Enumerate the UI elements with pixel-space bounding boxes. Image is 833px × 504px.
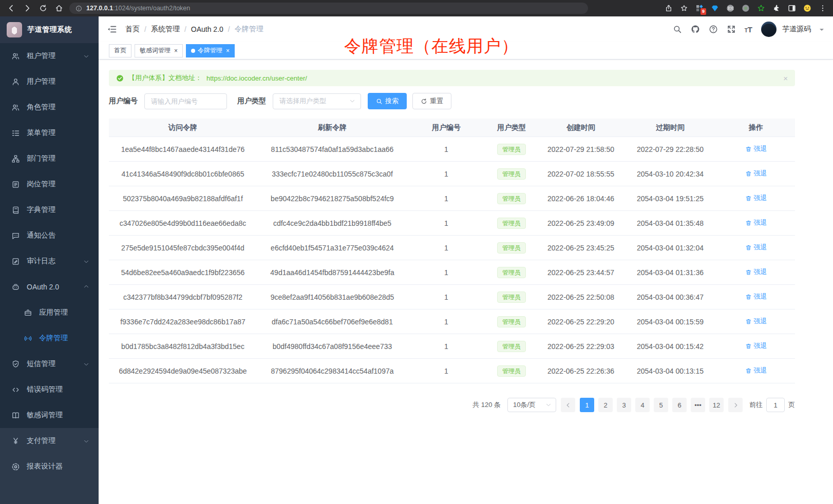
sidebar-item-label: 部门管理	[27, 154, 55, 163]
next-page-button[interactable]	[728, 398, 743, 412]
page-size-select[interactable]: 10条/页	[507, 398, 556, 412]
cell-user-type: 管理员	[485, 218, 538, 229]
command-extension-icon[interactable]	[726, 4, 734, 12]
font-size-icon[interactable]: TT	[745, 26, 752, 33]
goto-page: 前往 页	[749, 398, 795, 412]
sidebar-toggle-icon[interactable]	[107, 24, 117, 34]
breadcrumb-item[interactable]: 系统管理	[151, 25, 180, 34]
force-logout-button[interactable]: 强退	[745, 317, 767, 326]
page-button-4[interactable]: 4	[635, 398, 650, 412]
sidebar-item-label: 审计日志	[27, 257, 55, 266]
sidebar-item-user[interactable]: 用户管理	[0, 69, 99, 94]
force-logout-button[interactable]: 强退	[745, 366, 767, 375]
page-button-3[interactable]: 3	[617, 398, 631, 412]
green-star-extension-icon[interactable]	[757, 4, 765, 12]
sidebar-item-tenant[interactable]: 租户管理	[0, 43, 99, 69]
force-logout-button[interactable]: 强退	[745, 243, 767, 252]
doc-link[interactable]: https://doc.iocoder.cn/user-center/	[206, 74, 307, 82]
sidebar-item-post[interactable]: 岗位管理	[0, 171, 99, 197]
force-logout-button[interactable]: 强退	[745, 193, 767, 203]
cell-refresh-token: 811c530487574fa0af1a59d3abc1aa66	[257, 145, 408, 153]
sidebar-item-sms[interactable]: 短信管理	[0, 351, 99, 377]
browser-nav	[0, 4, 69, 12]
sidebar-item-oauth2[interactable]: OAuth 2.0	[0, 274, 99, 300]
breadcrumb-item[interactable]: OAuth 2.0	[191, 25, 223, 33]
emoji-profile-icon[interactable]	[803, 4, 811, 12]
cell-refresh-token: 9ce8ef2aa9f14056b831ae9b608e28d5	[257, 293, 408, 301]
sidebar-item-pay[interactable]: 支付管理	[0, 428, 99, 454]
alert-close-icon[interactable]: ×	[783, 74, 788, 82]
tab-sensitive-word[interactable]: 敏感词管理 ×	[135, 44, 183, 57]
force-logout-button[interactable]: 强退	[745, 267, 767, 277]
user-type-tag: 管理员	[497, 144, 526, 155]
sidebar-item-oauth2-app[interactable]: 应用管理	[0, 300, 99, 325]
page-ellipsis[interactable]: •••	[691, 398, 705, 412]
breadcrumb-item[interactable]: 首页	[125, 25, 140, 34]
bookmark-star-icon[interactable]	[680, 4, 688, 12]
cell-actions: 强退	[717, 193, 795, 203]
sidebar-item-label: 岗位管理	[27, 180, 55, 189]
sidebar-item-error-code[interactable]: 错误码管理	[0, 377, 99, 402]
share-icon[interactable]	[665, 4, 673, 12]
sidebar-item-menu[interactable]: 菜单管理	[0, 120, 99, 146]
home-icon[interactable]	[55, 4, 63, 12]
goto-page-input[interactable]	[766, 398, 785, 412]
user-id-input[interactable]	[144, 93, 227, 109]
forward-icon[interactable]	[23, 4, 31, 12]
force-logout-button[interactable]: 强退	[745, 169, 767, 178]
sidebar-item-dept[interactable]: 部门管理	[0, 146, 99, 171]
site-info-icon[interactable]	[75, 5, 82, 12]
chevron-up-icon	[83, 284, 89, 290]
reload-icon[interactable]	[39, 4, 47, 12]
token-table: 访问令牌刷新令牌用户编号用户类型创建时间过期时间操作 1ea5e44f8bc14…	[109, 119, 795, 383]
tab-close-icon[interactable]: ×	[174, 48, 178, 54]
search-icon[interactable]	[673, 25, 682, 34]
tab-token[interactable]: 令牌管理 ×	[186, 44, 235, 57]
search-button[interactable]: 搜索	[368, 93, 407, 109]
sidebar-item-audit-log[interactable]: 审计日志	[0, 248, 99, 274]
user-avatar[interactable]	[761, 22, 777, 37]
extension-grid-icon[interactable]: 9	[695, 4, 704, 12]
cell-user-type: 管理员	[485, 365, 538, 377]
page-button-1[interactable]: 1	[580, 398, 594, 412]
force-logout-button[interactable]: 强退	[745, 218, 767, 227]
page-button-12[interactable]: 12	[709, 398, 724, 412]
sidebar-item-sensitive-word[interactable]: 敏感词管理	[0, 402, 99, 428]
fullscreen-icon[interactable]	[727, 25, 736, 34]
username[interactable]: 芋道源码	[782, 25, 811, 34]
sidebar-item-oauth2-token[interactable]: 令牌管理	[0, 325, 99, 351]
table-row: c342377bf8b344799dcbf7bf095287f2 9ce8ef2…	[109, 285, 795, 309]
page-button-2[interactable]: 2	[598, 398, 613, 412]
sidebar-item-notice[interactable]: 通知公告	[0, 223, 99, 248]
tab-home[interactable]: 首页	[109, 44, 131, 57]
cell-actions: 强退	[717, 317, 795, 326]
back-icon[interactable]	[7, 4, 15, 12]
prev-page-button[interactable]	[561, 398, 575, 412]
sidebar-item-role[interactable]: 角色管理	[0, 94, 99, 120]
sidebar-item-dict[interactable]: 字典管理	[0, 197, 99, 223]
force-logout-button[interactable]: 强退	[745, 341, 767, 351]
pagination: 共 120 条 10条/页 123456•••12 前往 页	[109, 398, 795, 412]
browser-menu-icon[interactable]	[819, 4, 827, 12]
tab-close-icon[interactable]: ×	[226, 48, 230, 54]
side-panel-icon[interactable]	[788, 4, 796, 12]
pinwheel-extension-icon[interactable]	[772, 4, 781, 12]
user-type-select[interactable]: 请选择用户类型	[273, 93, 361, 109]
address-bar[interactable]: 127.0.0.1:1024/system/oauth2/token	[69, 3, 588, 14]
github-icon[interactable]	[691, 25, 700, 34]
diamond-extension-icon[interactable]	[711, 4, 719, 12]
cell-expires-at: 2054-03-04 00:15:42	[623, 342, 717, 351]
cell-created-at: 2022-06-26 18:04:46	[538, 195, 623, 203]
app-logo[interactable]: 芋道管理系统	[0, 16, 99, 43]
force-logout-button[interactable]: 强退	[745, 144, 767, 153]
sidebar-item-report-designer[interactable]: 报表设计器	[0, 454, 99, 479]
chevron-down-icon	[349, 98, 355, 104]
help-icon[interactable]	[709, 25, 718, 34]
user-dropdown-caret-icon[interactable]	[820, 29, 824, 33]
recorder-extension-icon[interactable]	[742, 4, 750, 12]
reset-button[interactable]: 重置	[412, 93, 451, 109]
force-logout-button[interactable]: 强退	[745, 292, 767, 301]
page-button-5[interactable]: 5	[654, 398, 668, 412]
page-button-6[interactable]: 6	[672, 398, 687, 412]
message-icon	[11, 231, 20, 240]
